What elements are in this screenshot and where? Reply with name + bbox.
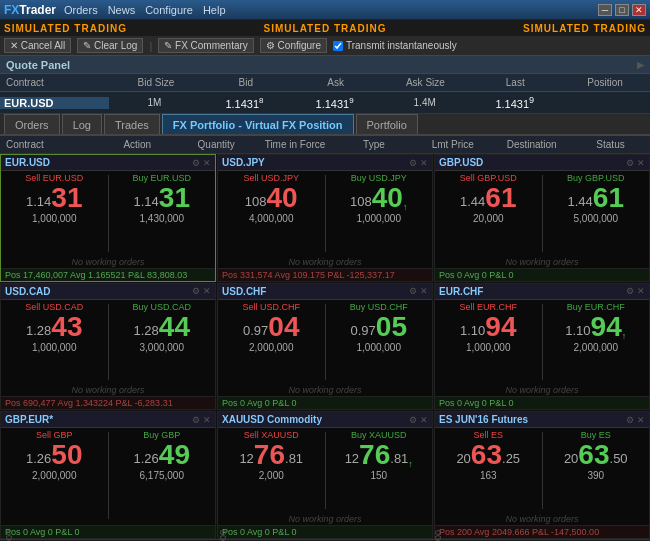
menu-configure[interactable]: Configure xyxy=(145,4,193,16)
sell-suffix: .25 xyxy=(502,452,520,465)
close-btn[interactable]: ✕ xyxy=(632,4,646,16)
toolbar: ✕ Cancel All ✎ Clear Log | ✎ FX Commenta… xyxy=(0,36,650,56)
sell-price-eur-chf: 1.10 94 xyxy=(460,313,516,341)
tile-usd-cad: USD.CAD ⚙ ✕ Sell USD.CAD 1.28 43 1,000,0… xyxy=(0,283,216,411)
tile-buy-side-xauusd[interactable]: Buy XAUUSD 12 76 .81 ↑ 150 xyxy=(328,430,431,511)
buy-amount-usd-cad: 3,000,000 xyxy=(140,342,185,353)
bottom-grid: 5'000,000 5'110,000 5'000,000 xyxy=(4,530,646,541)
tab-trades[interactable]: Trades xyxy=(104,114,160,134)
buy-price-gbp-usd: 1.44 61 xyxy=(568,184,624,212)
tile-body-eur-usd: Sell EUR.USD 1.14 31 1,000,000 Buy EUR.U… xyxy=(1,171,215,256)
tab-fx-portfolio[interactable]: FX Portfolio - Virtual FX Position xyxy=(162,114,354,134)
menu-news[interactable]: News xyxy=(108,4,136,16)
configure-button[interactable]: ⚙ Configure xyxy=(260,38,327,53)
buy-price-eur-usd: 1.14 31 xyxy=(134,184,190,212)
fx-commentary-button[interactable]: ✎ FX Commentary xyxy=(158,38,254,53)
tile-sell-side-gbp-eur[interactable]: Sell GBP 1.26 50 2,000,000 xyxy=(3,430,106,521)
quote-contract: EUR.USD xyxy=(0,97,109,109)
tile-close-icon[interactable]: ✕ xyxy=(637,415,645,425)
tab-log[interactable]: Log xyxy=(62,114,102,134)
buy-arrow-up: ↑ xyxy=(408,460,413,469)
minimize-btn[interactable]: ─ xyxy=(598,4,612,16)
tile-sell-side-usd-jpy[interactable]: Sell USD.JPY 108 40 4,000,000 xyxy=(220,173,323,254)
tile-buy-side-gbp-eur[interactable]: Buy GBP 1.26 49 6,175,000 xyxy=(111,430,214,521)
tile-close-icon[interactable]: ✕ xyxy=(420,286,428,296)
sim-banner: SIMULATED TRADING SIMULATED TRADING SIMU… xyxy=(0,20,650,36)
maximize-btn[interactable]: □ xyxy=(615,4,629,16)
tile-gbp-eur: GBP.EUR* ⚙ ✕ Sell GBP 1.26 50 2,000,000 … xyxy=(0,411,216,539)
tile-close-icon[interactable]: ✕ xyxy=(203,158,211,168)
tile-sell-side-es-jun16[interactable]: Sell ES 20 63 .25 163 xyxy=(437,430,540,511)
tile-eur-usd: EUR.USD ⚙ ✕ Sell EUR.USD 1.14 31 1,000,0… xyxy=(0,154,216,282)
buy-price-gbp-eur: 1.26 49 xyxy=(134,441,190,469)
sell-amount-eur-usd: 1,000,000 xyxy=(32,213,77,224)
tile-buy-side-eur-usd[interactable]: Buy EUR.USD 1.14 31 1,430,000 xyxy=(111,173,214,254)
tile-sell-side-usd-chf[interactable]: Sell USD.CHF 0.97 04 2,000,000 xyxy=(220,302,323,383)
tile-body-usd-chf: Sell USD.CHF 0.97 04 2,000,000 Buy USD.C… xyxy=(218,300,432,385)
tile-settings-icon[interactable]: ⚙ xyxy=(626,158,634,168)
tile-sell-side-usd-cad[interactable]: Sell USD.CAD 1.28 43 1,000,000 xyxy=(3,302,106,383)
tile-title-gbp-eur: GBP.EUR* xyxy=(5,414,53,425)
sell-price-es-jun16: 20 63 .25 xyxy=(456,441,520,469)
buy-amount-eur-chf: 2,000,000 xyxy=(574,342,619,353)
tile-settings-icon[interactable]: ⚙ xyxy=(192,415,200,425)
tile-header-gbp-eur: GBP.EUR* ⚙ ✕ xyxy=(1,412,215,428)
tile-buy-side-usd-jpy[interactable]: Buy USD.JPY 108 40 ↑ 1,000,000 xyxy=(328,173,431,254)
tile-divider xyxy=(108,304,109,381)
tile-settings-icon[interactable]: ⚙ xyxy=(192,158,200,168)
transmit-check[interactable]: Transmit instantaneously xyxy=(333,40,457,51)
transmit-checkbox[interactable] xyxy=(333,41,343,51)
pnl-bar-usd-jpy: Pos 331,574 Avg 109.175 P&L -125,337.17 xyxy=(218,268,432,281)
tile-settings-icon[interactable]: ⚙ xyxy=(626,415,634,425)
pnl-bar-eur-chf: Pos 0 Avg 0 P&L 0 xyxy=(435,396,649,409)
buy-price-usd-chf: 0.97 05 xyxy=(351,313,407,341)
tile-buy-side-eur-chf[interactable]: Buy EUR.CHF 1.10 94 ↑ 2,000,000 xyxy=(545,302,648,383)
sell-price-usd-cad: 1.28 43 xyxy=(26,313,82,341)
clear-log-button[interactable]: ✎ Clear Log xyxy=(77,38,143,53)
tile-settings-icon[interactable]: ⚙ xyxy=(626,286,634,296)
menu-help[interactable]: Help xyxy=(203,4,226,16)
tile-close-icon[interactable]: ✕ xyxy=(203,415,211,425)
tile-sell-side-eur-usd[interactable]: Sell EUR.USD 1.14 31 1,000,000 xyxy=(3,173,106,254)
tile-sell-side-xauusd[interactable]: Sell XAUUSD 12 76 .81 2,000 xyxy=(220,430,323,511)
tile-settings-icon[interactable]: ⚙ xyxy=(409,158,417,168)
tile-close-icon[interactable]: ✕ xyxy=(420,158,428,168)
tab-orders[interactable]: Orders xyxy=(4,114,60,134)
tile-buy-side-usd-chf[interactable]: Buy USD.CHF 0.97 05 1,000,000 xyxy=(328,302,431,383)
menu-bar: Orders News Configure Help xyxy=(64,4,225,16)
tile-close-icon[interactable]: ✕ xyxy=(420,415,428,425)
tile-sell-side-eur-chf[interactable]: Sell EUR.CHF 1.10 94 1,000,000 xyxy=(437,302,540,383)
cancel-all-button[interactable]: ✕ Cancel All xyxy=(4,38,71,53)
tile-header-usd-jpy: USD.JPY ⚙ ✕ xyxy=(218,155,432,171)
buy-arrow-up: ↑ xyxy=(622,332,627,341)
no-orders-eur-usd: No working orders xyxy=(1,256,215,268)
tab-portfolio[interactable]: Portfolio xyxy=(356,114,418,134)
tile-body-es-jun16: Sell ES 20 63 .25 163 Buy ES 20 63 .50 3… xyxy=(435,428,649,513)
tile-close-icon[interactable]: ✕ xyxy=(203,286,211,296)
tile-title-eur-usd: EUR.USD xyxy=(5,157,50,168)
tile-body-gbp-usd: Sell GBP.USD 1.44 61 20,000 Buy GBP.USD … xyxy=(435,171,649,256)
tile-settings-icon[interactable]: ⚙ xyxy=(409,415,417,425)
tile-buy-side-es-jun16[interactable]: Buy ES 20 63 .50 390 xyxy=(545,430,648,511)
tile-settings-icon[interactable]: ⚙ xyxy=(409,286,417,296)
quote-row-eurusd[interactable]: EUR.USD 1M 1.14318 1.14319 1.4M 1.14319 xyxy=(0,92,650,114)
quote-panel-header: Quote Panel ▶ xyxy=(0,56,650,74)
tile-title-xauusd: XAUUSD Commodity xyxy=(222,414,322,425)
orders-col-destination: Destination xyxy=(492,139,571,150)
sell-amount-xauusd: 2,000 xyxy=(259,470,284,481)
tile-divider xyxy=(542,432,543,509)
tile-es-jun16: ES JUN'16 Futures ⚙ ✕ Sell ES 20 63 .25 … xyxy=(434,411,650,539)
buy-price-usd-cad: 1.28 44 xyxy=(134,313,190,341)
tile-close-icon[interactable]: ✕ xyxy=(637,286,645,296)
menu-orders[interactable]: Orders xyxy=(64,4,98,16)
tile-sell-side-gbp-usd[interactable]: Sell GBP.USD 1.44 61 20,000 xyxy=(437,173,540,254)
tile-settings-icon[interactable]: ⚙ xyxy=(192,286,200,296)
col-bid-size: Bid Size xyxy=(111,77,201,88)
orders-columns: Contract Action Quantity Time in Force T… xyxy=(0,136,650,154)
tile-divider xyxy=(542,304,543,381)
tile-title-usd-chf: USD.CHF xyxy=(222,286,266,297)
tile-gbp-usd: GBP.USD ⚙ ✕ Sell GBP.USD 1.44 61 20,000 … xyxy=(434,154,650,282)
tile-buy-side-usd-cad[interactable]: Buy USD.CAD 1.28 44 3,000,000 xyxy=(111,302,214,383)
tile-buy-side-gbp-usd[interactable]: Buy GBP.USD 1.44 61 5,000,000 xyxy=(545,173,648,254)
tile-close-icon[interactable]: ✕ xyxy=(637,158,645,168)
